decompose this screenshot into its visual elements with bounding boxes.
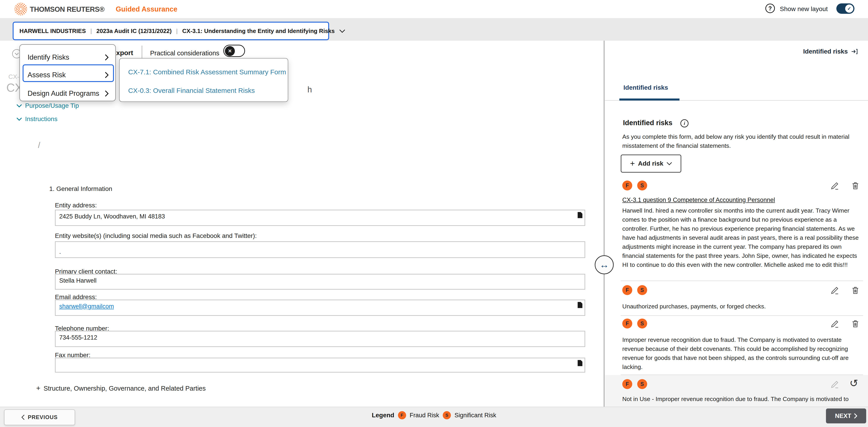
- show-new-layout-label: Show new layout: [780, 5, 828, 13]
- legend-title: Legend: [372, 412, 395, 419]
- telephone-value: 734-555-1212: [59, 334, 97, 341]
- restore-history-icon[interactable]: ↺: [849, 379, 858, 388]
- submenu-item-cx71[interactable]: CX-7.1: Combined Risk Assessment Summary…: [128, 68, 286, 76]
- paste-icon[interactable]: [577, 302, 583, 308]
- risk-text: Improper revenue recognition due to frau…: [622, 335, 864, 371]
- brand-name: THOMSON REUTERS®: [30, 5, 104, 13]
- fraud-risk-badge: F: [622, 319, 632, 328]
- risk-badges: F S: [622, 180, 647, 191]
- hidden-text-fragment: h: [307, 85, 312, 94]
- plus-icon: +: [630, 159, 635, 168]
- pane-resize-handle[interactable]: ↔: [595, 255, 614, 274]
- breadcrumb-document: CX-3.1: Understanding the Entity and Ide…: [182, 28, 335, 35]
- primary-contact-input[interactable]: Stella Harwell: [55, 274, 585, 290]
- previous-button[interactable]: PREVIOUS: [4, 409, 75, 425]
- risk-separator: [621, 281, 863, 281]
- pane-divider: [604, 41, 604, 407]
- paste-icon[interactable]: [577, 360, 583, 366]
- risk-separator: [621, 316, 863, 316]
- menu-item-label: Design Audit Programs: [28, 90, 99, 98]
- toggle-x-icon: ✕: [225, 46, 235, 56]
- edit-icon[interactable]: [830, 319, 839, 328]
- instructions-link[interactable]: Instructions: [17, 116, 57, 123]
- add-risk-label: Add risk: [638, 160, 663, 167]
- delete-icon[interactable]: [851, 181, 860, 191]
- add-risk-button[interactable]: + Add risk: [621, 155, 681, 173]
- purpose-usage-tip-link[interactable]: Purpose/Usage Tip: [17, 102, 79, 109]
- risk-text: Not in Use - Improper revenue recognitio…: [622, 394, 864, 403]
- chevron-right-icon: [105, 54, 108, 61]
- risk-badges: F S: [622, 319, 647, 328]
- breadcrumb-client: HARWELL INDUSTRIES: [20, 28, 86, 35]
- submenu-item-cx03[interactable]: CX-0.3: Overall Financial Statement Risk…: [128, 87, 255, 94]
- tab-active-indicator: [619, 99, 680, 101]
- menu-item-label: Assess Risk: [28, 71, 66, 79]
- resize-arrow-icon: ↔: [599, 259, 609, 270]
- identified-risks-heading: Identified risks: [623, 119, 673, 127]
- risk-badges: F S: [622, 285, 647, 295]
- plus-icon: +: [36, 384, 40, 392]
- expand-collapse-separator: /: [38, 140, 40, 150]
- entity-website-input[interactable]: .: [55, 241, 585, 258]
- edit-icon-disabled: [830, 380, 839, 389]
- menu-item-assess-risk[interactable]: Assess Risk: [28, 68, 108, 82]
- fax-input[interactable]: [55, 358, 585, 372]
- identified-risks-open-label: Identified risks: [803, 48, 848, 55]
- previous-label: PREVIOUS: [28, 414, 58, 421]
- help-icon[interactable]: ?: [765, 4, 775, 13]
- subsection-title: 1. General Information: [49, 185, 112, 193]
- entity-address-input[interactable]: 2425 Buddy Ln, Woodhaven, MI 48183: [55, 210, 585, 226]
- significant-risk-badge: S: [637, 180, 647, 191]
- next-label: NEXT: [835, 413, 851, 420]
- significant-risk-badge: S: [637, 379, 647, 389]
- primary-contact-value: Stella Harwell: [59, 277, 96, 284]
- show-new-layout-toggle[interactable]: ✓: [836, 3, 855, 14]
- fraud-risk-badge: F: [398, 411, 406, 419]
- practical-considerations-toggle[interactable]: ✕: [223, 45, 245, 57]
- email-link[interactable]: sharwell@gmailcom: [59, 303, 114, 310]
- fraud-risk-badge: F: [622, 379, 632, 389]
- menu-item-design-audit-programs[interactable]: Design Audit Programs: [28, 87, 108, 100]
- telephone-input[interactable]: 734-555-1212: [55, 331, 585, 347]
- chevron-down-icon: [666, 162, 672, 165]
- identified-risks-open-link[interactable]: Identified risks: [803, 48, 858, 55]
- significant-risk-label: Significant Risk: [455, 412, 496, 419]
- menu-item-label: Identify Risks: [28, 53, 69, 61]
- thomson-reuters-logo-icon: [14, 2, 28, 16]
- significant-risk-badge: S: [637, 319, 647, 328]
- chevron-down-icon: [17, 104, 22, 107]
- risk-text-clipped: Not in Use - Improper revenue recognitio…: [622, 394, 864, 406]
- legend: Legend F Fraud Risk S Significant Risk: [372, 411, 496, 419]
- delete-icon[interactable]: [851, 319, 860, 328]
- entity-website-value: .: [59, 248, 61, 255]
- toggle-check-icon: ✓: [845, 4, 853, 13]
- tab-identified-risks[interactable]: Identified risks: [623, 84, 668, 91]
- breadcrumb-engagement: 2023a Audit IC (12/31/2022): [96, 28, 172, 35]
- instructions-label: Instructions: [25, 116, 57, 123]
- breadcrumb-separator: |: [176, 28, 178, 35]
- risk-text: Harwell Ind. hired a new controller six …: [622, 206, 864, 269]
- breadcrumb[interactable]: HARWELL INDUSTRIES | 2023a Audit IC (12/…: [13, 22, 329, 40]
- chevron-right-icon: [105, 90, 108, 97]
- chevron-down-icon: [339, 29, 345, 33]
- edit-icon[interactable]: [830, 286, 839, 295]
- menu-item-identify-risks[interactable]: Identify Risks: [28, 51, 108, 64]
- risk-title-link[interactable]: CX-3.1 question 9 Competence of Accounti…: [622, 197, 775, 203]
- email-input[interactable]: sharwell@gmailcom: [55, 300, 585, 316]
- delete-icon[interactable]: [851, 286, 860, 295]
- significant-risk-badge: S: [443, 411, 451, 419]
- guided-assurance-app: THOMSON REUTERS® Guided Assurance ? Show…: [0, 0, 868, 427]
- info-icon[interactable]: i: [680, 119, 688, 127]
- significant-risk-badge: S: [637, 285, 647, 295]
- fraud-risk-badge: F: [622, 285, 632, 295]
- chevron-left-icon: [22, 415, 25, 420]
- next-section-expander[interactable]: +Structure, Ownership, Governance, and R…: [36, 384, 352, 393]
- export-button[interactable]: xport: [116, 49, 133, 57]
- edit-icon[interactable]: [830, 181, 839, 191]
- next-section-label: Structure, Ownership, Governance, and Re…: [43, 385, 206, 392]
- hidden-doc-code-fragment: CX-: [8, 73, 19, 80]
- next-button[interactable]: NEXT: [826, 408, 866, 423]
- paste-icon[interactable]: [577, 212, 583, 219]
- practical-considerations-label: Practical considerations: [150, 50, 219, 57]
- risk-text: Unauthorized purchases, payments, or for…: [622, 302, 864, 311]
